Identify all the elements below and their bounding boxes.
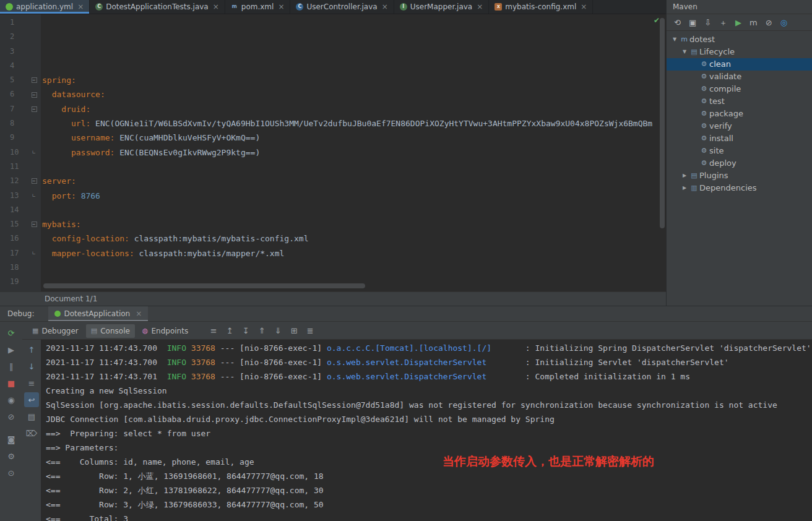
editor-tab[interactable]: application.yml× xyxy=(0,0,90,14)
code-segment: datasource: xyxy=(52,90,105,99)
refresh-maven-icon[interactable]: ⟲ xyxy=(674,19,681,27)
debug-session-tab[interactable]: DotestApplication × xyxy=(48,306,149,321)
fold-collapse-icon[interactable]: − xyxy=(32,178,37,184)
console-segment: : Completed initialization in 1 ms xyxy=(486,372,690,381)
move-down-icon[interactable]: ↧ xyxy=(239,326,253,335)
fold-marker[interactable]: − xyxy=(27,217,41,231)
debug-toolbar: ▦Debugger▤Console◍Endpoints≡↥↧⇑⇓⊞≣ xyxy=(22,322,812,340)
maven-project-dotest[interactable]: ▼mdotest xyxy=(667,33,812,46)
fold-marker[interactable]: − xyxy=(27,87,41,101)
move-up-icon[interactable]: ↥ xyxy=(223,326,236,335)
fold-marker xyxy=(27,260,41,275)
tree-node-icon: m xyxy=(679,33,689,46)
thread-dump-icon[interactable]: ◙ xyxy=(4,432,19,447)
fold-marker[interactable]: ∟ xyxy=(27,189,41,203)
debug-tab-debugger[interactable]: ▦Debugger xyxy=(27,324,84,338)
print-console-icon[interactable]: ▤ xyxy=(24,409,39,424)
fold-collapse-icon[interactable]: − xyxy=(32,106,37,112)
fold-collapse-icon[interactable]: − xyxy=(32,222,37,227)
maven-goal-deploy[interactable]: ⚙deploy xyxy=(667,157,812,170)
execute-goal-icon[interactable]: ▶ xyxy=(735,19,741,27)
close-tab-icon[interactable]: × xyxy=(581,2,587,11)
console-line: 2021-11-17 11:47:43.701 INFO 33768 --- [… xyxy=(46,369,812,384)
maven-goal-package[interactable]: ⚙package xyxy=(667,108,812,120)
fold-marker[interactable]: − xyxy=(27,174,41,188)
run-maven-goal-icon[interactable]: m xyxy=(749,19,758,27)
download-sources-icon[interactable]: ⇩ xyxy=(704,19,711,27)
maven-dependencies-node[interactable]: ▶▥Dependencies xyxy=(667,182,812,194)
maven-goal-verify[interactable]: ⚙verify xyxy=(667,120,812,132)
code-text: druid: xyxy=(41,102,90,116)
debug-settings-icon[interactable]: ⚙ xyxy=(4,449,19,463)
editor-tab[interactable]: xmybatis-config.xml× xyxy=(489,0,593,14)
maven-goal-test[interactable]: ⚙test xyxy=(667,95,812,108)
editor-line: 16 config-location: classpath:mybatis/my… xyxy=(0,231,660,246)
fold-marker[interactable]: − xyxy=(27,73,41,87)
maven-settings-icon[interactable]: ◎ xyxy=(780,19,787,27)
close-tab-icon[interactable]: × xyxy=(477,2,483,11)
tree-expand-icon[interactable]: ▶ xyxy=(680,182,689,194)
stop-icon[interactable]: ■ xyxy=(4,376,19,390)
debug-tab-label: Console xyxy=(100,327,130,335)
debug-tab-endpoints[interactable]: ◍Endpoints xyxy=(137,324,193,338)
grid-layout-icon[interactable]: ⊞ xyxy=(287,326,301,335)
scroll-to-end-icon[interactable]: ≡ xyxy=(24,376,39,390)
fold-collapse-icon[interactable]: − xyxy=(32,77,37,83)
maven-goal-site[interactable]: ⚙site xyxy=(667,145,812,157)
collapse-all-icon[interactable]: ⇓ xyxy=(271,326,285,335)
fold-end-icon[interactable]: ∟ xyxy=(32,145,35,160)
generate-sources-icon[interactable]: ▣ xyxy=(689,19,696,27)
tree-expand-icon[interactable]: ▼ xyxy=(670,33,679,46)
close-session-icon[interactable]: × xyxy=(136,309,142,318)
fold-collapse-icon[interactable]: − xyxy=(32,92,37,98)
editor-tab[interactable]: mpom.xml× xyxy=(225,0,291,14)
fold-marker[interactable]: − xyxy=(27,102,41,116)
editor-tab[interactable]: IUserMapper.java× xyxy=(394,0,490,14)
prev-occurrence-icon[interactable]: ↑ xyxy=(24,342,39,357)
editor-tab[interactable]: CUserController.java× xyxy=(290,0,394,14)
maven-goal-compile[interactable]: ⚙compile xyxy=(667,83,812,95)
fold-end-icon[interactable]: ∟ xyxy=(32,246,35,260)
console-segment: --- [nio-8766-exec-1] xyxy=(215,343,327,353)
fold-marker[interactable]: ∟ xyxy=(27,145,41,160)
maven-goal-validate[interactable]: ⚙validate xyxy=(667,71,812,83)
editor-vertical-scrollbar[interactable] xyxy=(660,18,665,228)
code-segment: classpath:mybatis/mybatis-config.xml xyxy=(129,234,309,243)
clear-console-icon[interactable]: ⌦ xyxy=(24,426,39,441)
console-segment: o.a.c.c.C.[Tomcat].[localhost].[/] xyxy=(327,343,491,353)
inspection-ok-icon[interactable]: ✔ xyxy=(654,16,660,25)
pin-tab-icon[interactable]: ⊙ xyxy=(4,465,19,480)
soft-wrap-icon[interactable]: ↩ xyxy=(24,392,39,407)
maven-lifecycle-node[interactable]: ▼▤Lifecycle xyxy=(667,46,812,58)
maven-plugins-node[interactable]: ▶▤Plugins xyxy=(667,170,812,182)
editor-lines[interactable]: 12345−spring:6− datasource:7− druid:8 ur… xyxy=(0,15,660,291)
debug-tab-console[interactable]: ▤Console xyxy=(86,324,135,338)
close-tab-icon[interactable]: × xyxy=(382,2,388,11)
layout-options-icon[interactable]: ≡ xyxy=(207,326,220,335)
console-output[interactable]: 2021-11-17 11:47:43.700 INFO 33768 --- [… xyxy=(41,340,812,521)
tree-expand-icon[interactable]: ▼ xyxy=(680,46,689,58)
debug-body: ⟳▶∥■◉⊘◙⚙⊙ ↑↓≡↩▤⌦ ▦Debugger▤Console◍Endpo… xyxy=(0,322,812,521)
editor-line: 4 xyxy=(0,59,660,73)
editor[interactable]: 12345−spring:6− datasource:7− druid:8 ur… xyxy=(0,14,666,306)
editor-tab[interactable]: CDotestApplicationTests.java× xyxy=(90,0,225,14)
maven-goal-install[interactable]: ⚙install xyxy=(667,132,812,145)
view-breakpoints-icon[interactable]: ◉ xyxy=(4,392,19,407)
resume-program-icon[interactable]: ▶ xyxy=(4,342,19,357)
add-maven-project-icon[interactable]: ＋ xyxy=(719,19,727,27)
fold-end-icon[interactable]: ∟ xyxy=(32,189,35,203)
skip-tests-icon[interactable]: ⊘ xyxy=(766,19,772,27)
maven-goal-clean[interactable]: ⚙clean xyxy=(667,58,812,71)
rerun-debug-icon[interactable]: ⟳ xyxy=(4,325,19,340)
mute-breakpoints-icon[interactable]: ⊘ xyxy=(4,409,19,424)
close-tab-icon[interactable]: × xyxy=(213,2,219,11)
horizontal-layout-icon[interactable]: ≣ xyxy=(303,326,317,335)
next-occurrence-icon[interactable]: ↓ xyxy=(24,359,39,374)
expand-all-icon[interactable]: ⇑ xyxy=(255,326,269,335)
close-tab-icon[interactable]: × xyxy=(77,2,84,11)
pause-program-icon[interactable]: ∥ xyxy=(4,359,19,374)
fold-marker[interactable]: ∟ xyxy=(27,246,41,260)
tree-expand-icon[interactable]: ▶ xyxy=(680,170,689,182)
editor-horizontal-scrollbar[interactable] xyxy=(43,283,365,288)
close-tab-icon[interactable]: × xyxy=(278,2,284,11)
